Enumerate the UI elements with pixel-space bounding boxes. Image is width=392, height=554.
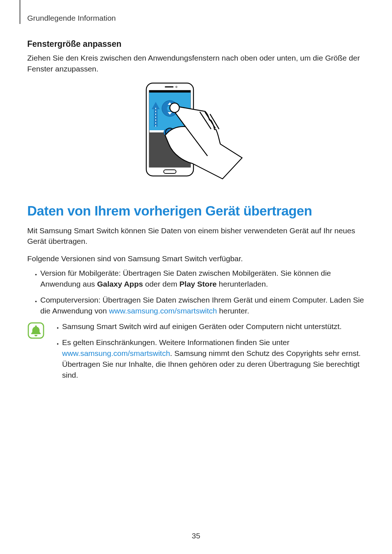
text-fragment: herunterladen. (217, 280, 268, 288)
header-side-rule (20, 0, 20, 24)
bullet-list-versions: Version für Mobilgeräte: Übertragen Sie … (27, 268, 365, 316)
link-smartswitch-2[interactable]: www.samsung.com/smartswitch (62, 349, 170, 357)
note-list: Samsung Smart Switch wird auf einigen Ge… (49, 321, 365, 385)
para-transfer-intro1: Mit Samsung Smart Switch können Sie Date… (27, 225, 365, 247)
text-fragment: herunter. (217, 307, 249, 315)
illustration-resize-window (142, 82, 250, 183)
bold-play-store: Play Store (179, 280, 217, 288)
subheading-window-size: Fenstergröße anpassen (27, 39, 365, 49)
heading-transfer-data: Daten von Ihrem vorherigen Gerät übertra… (27, 204, 365, 219)
svg-rect-1 (165, 86, 173, 87)
note-item-restrictions: Es gelten Einschränkungen. Weitere Infor… (62, 337, 365, 380)
svg-rect-3 (164, 170, 176, 173)
bullet-mobile-version: Version für Mobilgeräte: Übertragen Sie … (40, 268, 365, 290)
header-section-label: Grundlegende Information (27, 14, 116, 22)
note-block: Samsung Smart Switch wird auf einigen Ge… (27, 321, 365, 385)
para-transfer-intro2: Folgende Versionen sind von Samsung Smar… (27, 253, 365, 264)
svg-rect-5 (149, 90, 191, 93)
para-window-size: Ziehen Sie den Kreis zwischen den Anwend… (27, 53, 365, 74)
page-number: 35 (0, 532, 392, 540)
text-fragment: oder dem (143, 280, 179, 288)
text-fragment: Es gelten Einschränkungen. Weitere Infor… (62, 338, 290, 346)
page-content: Fenstergröße anpassen Ziehen Sie den Kre… (27, 38, 365, 385)
bold-galaxy-apps: Galaxy Apps (97, 280, 143, 288)
svg-point-19 (170, 103, 179, 112)
note-bell-icon (27, 322, 45, 339)
bullet-computer-version: Computerversion: Übertragen Sie Daten zw… (40, 295, 365, 316)
link-smartswitch-1[interactable]: www.samsung.com/smartswitch (109, 307, 217, 315)
note-item-unsupported: Samsung Smart Switch wird auf einigen Ge… (62, 321, 365, 332)
